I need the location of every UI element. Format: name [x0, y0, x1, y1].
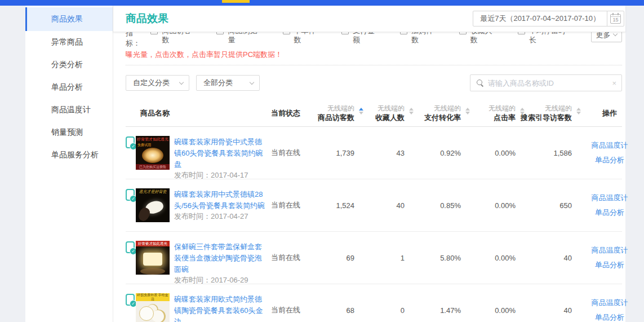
product-name-cell: ✓ 透光才是好骨瓷 碗碟套装家用中式景德镇28头/56头骨瓷餐具套装简约碗 发布… — [126, 188, 267, 222]
header-label: 商品名称 — [140, 108, 170, 118]
metric-option[interactable]: 加购件数 — [400, 32, 439, 45]
custom-category-select[interactable]: 自定义分类 — [126, 75, 189, 91]
thumb-product-shape — [142, 148, 163, 163]
clear-search-icon[interactable]: × — [612, 79, 616, 87]
sort-arrows-icon[interactable] — [409, 105, 414, 117]
page-title: 商品效果 — [126, 11, 168, 26]
status-cell: 当前在线 — [267, 253, 310, 263]
table-row: ✓ 透光才是好骨瓷 碗碟套装家用中式景德镇28头/56头骨瓷餐具套装简约碗 发布… — [126, 179, 622, 232]
metrics-clip-region: 指标： 商品访客数 商品浏览量 下单件数 支付金额 加购件数 收藏人数 平均停留… — [113, 32, 625, 48]
product-name-link[interactable]: 碗碟套装家用中式景德镇28头/56头骨瓷餐具套装简约碗 — [174, 189, 267, 211]
favorites-cell: 1 — [365, 254, 407, 262]
metric-option-label: 加购件数 — [411, 32, 439, 45]
header-label: 操作 — [602, 108, 617, 118]
more-button-label: 更多 — [596, 32, 610, 40]
sort-desc-icon[interactable] — [520, 112, 525, 117]
action-link-temperature[interactable]: 商品温度计 — [592, 140, 628, 151]
action-link-analysis[interactable]: 单品分析 — [595, 312, 624, 322]
metric-option-label: 商品浏览量 — [228, 32, 263, 45]
sidebar-item-2[interactable]: 分类分析 — [25, 54, 113, 76]
product-thumbnail[interactable]: 好骨瓷才如此透光 — [136, 241, 170, 275]
metric-option[interactable]: 商品访客数 — [150, 32, 197, 45]
checkbox-icon[interactable] — [150, 32, 158, 34]
thumb-product-shape — [144, 199, 165, 215]
table-header-row: 商品名称 当前状态 无线端的 商品访客数 无线端的 收藏人数 无线端的 — [126, 100, 622, 127]
sidebar-item-0[interactable]: 商品效果 — [25, 7, 113, 31]
product-name-cell: ✓ 好骨瓷才如此透光 免费试用 已为您购买运费险 碗碟套装家用骨瓷中式景德镇60… — [126, 136, 267, 170]
product-thumbnail[interactable]: 好骨瓷才如此透光 免费试用 已为您购买运费险 — [136, 136, 170, 170]
sort-asc-icon[interactable] — [520, 105, 525, 111]
thumb-bottom-text: 已为您购买运费险 — [136, 164, 170, 170]
metric-option[interactable]: 收藏人数 — [459, 32, 499, 45]
action-link-analysis[interactable]: 单品分析 — [595, 260, 624, 270]
sort-arrows-icon[interactable] — [576, 105, 581, 117]
sidebar-item-3[interactable]: 单品分析 — [25, 76, 113, 99]
sidebar-item-label: 分类分析 — [51, 60, 83, 70]
product-name-link[interactable]: 保鲜碗三件套带盖保鲜盒套装便当盒微波炉陶瓷骨瓷泡面碗 — [174, 241, 267, 275]
chevron-down-icon — [250, 80, 254, 84]
header-sub-label: 无线端的 — [327, 104, 354, 112]
visitors-cell: 1,524 — [310, 201, 365, 210]
publish-date: 发布时间：2017-06-29 — [174, 275, 267, 285]
calendar-icon: 15 — [610, 14, 621, 24]
search-icon — [477, 80, 483, 86]
mobile-verified-icon: ✓ — [126, 136, 135, 148]
metric-option[interactable]: 支付金额 — [341, 32, 381, 45]
all-category-select[interactable]: 全部分类 — [196, 75, 260, 91]
favorites-cell: 40 — [365, 201, 407, 210]
sort-asc-icon[interactable] — [409, 105, 414, 111]
chevron-down-icon — [179, 80, 184, 84]
header-sub-label: 无线端的 — [434, 104, 461, 112]
sort-desc-icon[interactable] — [359, 112, 363, 117]
sort-desc-icon[interactable] — [409, 112, 414, 117]
metric-option[interactable]: 平均停留时长 — [518, 32, 572, 45]
sidebar-item-1[interactable]: 异常商品 — [25, 31, 113, 54]
product-name-link[interactable]: 碗碟套装家用骨瓷中式景德镇60头骨瓷餐具套装简约碗盘 — [174, 136, 267, 170]
product-thumbnail[interactable]: 透光才是好骨瓷 — [136, 188, 170, 222]
sidebar-item-6[interactable]: 单品服务分析 — [25, 144, 113, 166]
sort-arrows-icon[interactable] — [465, 105, 470, 117]
metric-option-label: 支付金额 — [353, 32, 381, 45]
checkbox-icon[interactable] — [459, 32, 467, 34]
sort-arrows-icon[interactable] — [359, 105, 363, 117]
product-thumbnail[interactable]: 碎损免费补发 手绘金边 — [136, 293, 170, 322]
metric-option[interactable]: 下单件数 — [283, 32, 322, 45]
sidebar-item-label: 异常商品 — [51, 37, 83, 47]
checkbox-icon[interactable] — [341, 32, 349, 34]
table-header-cell: 无线端的 收藏人数 — [365, 100, 407, 126]
page-root: 商品效果 异常商品 分类分析 单品分析 商品温度计 销量预测 单品服务分析 商品… — [0, 0, 644, 322]
actions-cell: 商品温度计 单品分析 — [584, 298, 635, 322]
search-input[interactable] — [488, 79, 607, 87]
sort-asc-icon[interactable] — [359, 105, 363, 111]
action-link-analysis[interactable]: 单品分析 — [595, 208, 624, 218]
more-metrics-button[interactable]: 更多 — [591, 32, 622, 42]
sort-desc-icon[interactable] — [576, 112, 581, 117]
status-cell: 当前在线 — [267, 305, 310, 315]
calendar-icon-button[interactable]: 15 — [607, 11, 624, 26]
sort-asc-icon[interactable] — [465, 105, 470, 111]
action-link-temperature[interactable]: 商品温度计 — [592, 298, 628, 308]
sidebar-item-4[interactable]: 商品温度计 — [25, 99, 113, 121]
action-link-temperature[interactable]: 商品温度计 — [592, 245, 628, 255]
sidebar: 商品效果 异常商品 分类分析 单品分析 商品温度计 销量预测 单品服务分析 — [25, 6, 113, 322]
checkbox-icon[interactable] — [283, 32, 290, 34]
date-range-picker[interactable]: 最近7天（2017-07-04~2017-07-10） 15 — [473, 11, 624, 27]
click-rate-cell: 0.00% — [465, 149, 517, 157]
header-label: 支付转化率 — [424, 113, 461, 122]
checkbox-icon[interactable] — [518, 32, 525, 34]
sidebar-item-5[interactable]: 销量预测 — [25, 121, 113, 144]
all-category-value: 全部分类 — [203, 78, 233, 88]
sort-arrows-icon[interactable] — [520, 105, 525, 117]
thumb-banner-text: 碎损免费补发 手绘金边 — [136, 293, 170, 301]
sort-desc-icon[interactable] — [465, 112, 470, 117]
table-row: ✓ 好骨瓷才如此透光 保鲜碗三件套带盖保鲜盒套装便当盒微波炉陶瓷骨瓷泡面碗 发布… — [126, 232, 622, 284]
checkbox-icon[interactable] — [216, 32, 224, 34]
sort-asc-icon[interactable] — [576, 105, 581, 111]
action-link-temperature[interactable]: 商品温度计 — [592, 193, 628, 203]
action-link-analysis[interactable]: 单品分析 — [595, 155, 624, 165]
favorites-cell: 43 — [365, 149, 407, 157]
product-name-link[interactable]: 碗碟套装家用欧式简约景德镇陶瓷骨瓷餐具套装60头金边 — [174, 294, 267, 322]
header-label: 商品访客数 — [318, 113, 354, 122]
metric-option[interactable]: 商品浏览量 — [216, 32, 263, 45]
checkbox-icon[interactable] — [400, 32, 407, 34]
